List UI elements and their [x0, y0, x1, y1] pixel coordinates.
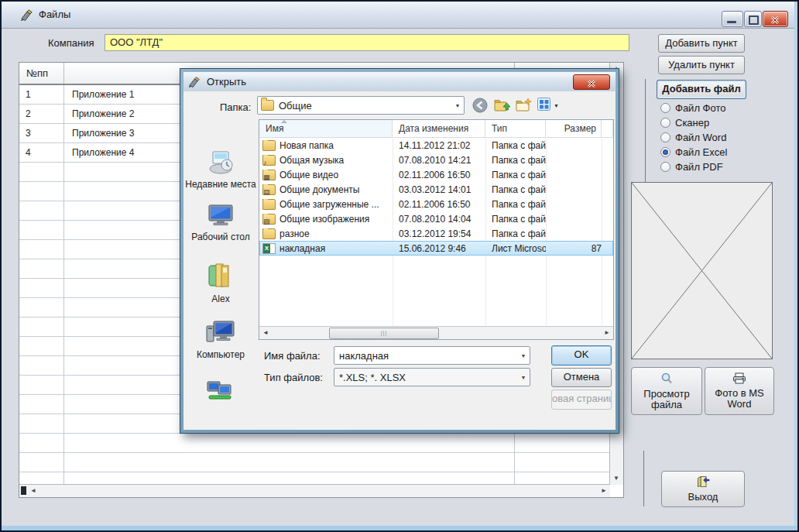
table-horizontal-scrollbar[interactable]: ◄ ►	[19, 484, 610, 497]
overlay-glyph: ♪	[263, 160, 267, 166]
file-row[interactable]: ▤Общие документы03.03.2012 14:01Папка с …	[259, 182, 613, 197]
computer-icon	[206, 320, 235, 347]
radio-label: Файл Excel	[675, 146, 727, 158]
file-name: Общие документы	[279, 184, 359, 195]
scroll-right-icon[interactable]: ►	[601, 327, 613, 339]
cell-num: 1	[19, 85, 64, 104]
radio-сканер[interactable]: Сканер	[660, 115, 777, 130]
cancel-button[interactable]: Отмена	[551, 368, 612, 387]
radio-icon	[660, 147, 670, 157]
photo-to-word-button[interactable]: Фото в MS Word	[705, 367, 774, 415]
place-item-alex[interactable]: Alex	[185, 261, 256, 304]
filetype-combobox[interactable]: *.XLS; *. XLSX ▼	[334, 368, 530, 386]
cell-file	[515, 434, 610, 452]
file-name: Общие загруженные ...	[279, 199, 379, 210]
cell-date: 15.06.2012 9:46	[393, 243, 485, 254]
radio-файл-word[interactable]: Файл Word	[660, 130, 777, 145]
list-column-header-3[interactable]: Размер	[546, 120, 602, 137]
file-list: ИмяДата измененияТипРазмер Новая папка14…	[259, 119, 614, 340]
new-folder-button[interactable]	[516, 98, 531, 113]
scroll-down-icon[interactable]: ▼	[610, 472, 622, 485]
table-row[interactable]	[19, 434, 610, 453]
cell-num	[19, 317, 64, 336]
app-stamp-icon	[20, 9, 33, 22]
up-one-level-button[interactable]	[494, 98, 509, 113]
cell-type: Лист Microsoft Of...	[485, 243, 546, 254]
cell-file	[515, 453, 610, 472]
place-item-недавние-места[interactable]: Недавние места	[185, 148, 256, 190]
dialog-titlebar[interactable]: Открыть	[183, 71, 616, 92]
file-row[interactable]: ▨Общие изображения07.08.2010 14:04Папка …	[259, 211, 613, 226]
close-button[interactable]	[763, 11, 788, 27]
scroll-left-icon[interactable]: ◄	[259, 327, 272, 339]
filename-combobox[interactable]: накладная ▼	[334, 346, 530, 365]
exit-door-icon	[696, 475, 710, 490]
chevron-down-icon[interactable]: ▼	[517, 353, 530, 359]
add-item-button[interactable]: Добавить пункт	[658, 34, 745, 53]
cell-date: 03.03.2012 14:01	[393, 184, 485, 195]
window-edge	[794, 2, 797, 530]
list-column-header-2[interactable]: Тип	[485, 120, 546, 137]
place-item-рабочий-стол[interactable]: Рабочий стол	[185, 204, 256, 242]
cell-date: 07.08.2010 14:04	[393, 214, 485, 225]
ok-button[interactable]: OK	[551, 345, 612, 366]
file-row[interactable]: ♪Общая музыка07.08.2010 14:21Папка с фай…	[259, 153, 613, 167]
place-item-network[interactable]	[185, 380, 256, 403]
preview-file-button[interactable]: Просмотр файла	[631, 367, 702, 415]
cell-type: Папка с файлами	[485, 140, 546, 151]
scroll-right-icon[interactable]: ►	[598, 485, 610, 497]
radio-icon	[660, 118, 670, 128]
dialog-toolbar: ▼	[472, 98, 559, 113]
cell-filename: ▤Общие документы	[259, 184, 393, 195]
file-row[interactable]: накладная15.06.2012 9:46Лист Microsoft O…	[259, 241, 613, 256]
radio-label: Файл PDF	[675, 161, 723, 173]
delete-item-button[interactable]: Удалить пункт	[658, 56, 745, 74]
company-input[interactable]: ООО "ЛТД"	[105, 34, 629, 51]
list-column-header-1[interactable]: Дата изменения	[393, 120, 485, 137]
radio-файл-excel[interactable]: Файл Excel	[660, 145, 777, 160]
cell-name	[64, 472, 515, 485]
folder-icon	[262, 228, 276, 239]
back-button[interactable]	[472, 98, 488, 113]
scroll-left-icon[interactable]: ◄	[27, 485, 39, 497]
magnifier-icon	[660, 372, 673, 387]
list-column-header-0[interactable]: Имя	[259, 120, 393, 137]
cell-file	[515, 472, 610, 485]
views-dropdown-icon[interactable]: ▼	[554, 103, 559, 108]
folder-label: Папка:	[220, 101, 251, 113]
overlay-glyph: ▦	[263, 174, 270, 180]
table-row[interactable]	[19, 472, 610, 485]
cell-num: 2	[19, 105, 64, 123]
table-row[interactable]	[19, 453, 610, 472]
cell-type: Папка с файлами	[485, 184, 546, 195]
cell-num	[19, 434, 64, 452]
cell-filename: Новая папка	[259, 140, 393, 151]
list-horizontal-scrollbar[interactable]: ◄ ||| ►	[259, 326, 613, 339]
file-row[interactable]: Общие загруженные ...02.11.2006 16:50Пап…	[259, 197, 613, 211]
desktop-icon	[207, 204, 235, 229]
chevron-down-icon[interactable]: ▼	[517, 375, 530, 380]
exit-button[interactable]: Выход	[661, 471, 745, 507]
views-button[interactable]	[537, 98, 550, 113]
add-file-button[interactable]: Добавить файл	[657, 80, 746, 99]
scrollbar-thumb[interactable]	[21, 486, 26, 495]
place-label: Компьютер	[197, 349, 245, 360]
file-row[interactable]: ▦Общие видео02.11.2006 16:50Папка с файл…	[259, 167, 613, 182]
cell-num	[19, 337, 64, 355]
radio-label: Файл Word	[675, 132, 726, 143]
file-row[interactable]: разное03.12.2012 19:54Папка с файлами	[259, 226, 613, 241]
file-row[interactable]: Новая папка14.11.2012 21:02Папка с файла…	[259, 138, 613, 153]
scrollbar-thumb[interactable]: |||	[329, 328, 439, 339]
radio-label: Сканер	[675, 117, 709, 129]
radio-файл-pdf[interactable]: Файл PDF	[660, 160, 777, 174]
dialog-close-button[interactable]	[573, 74, 610, 90]
minimize-button[interactable]	[722, 11, 743, 27]
place-item-компьютер[interactable]: Компьютер	[185, 320, 256, 360]
recent-places-icon	[207, 148, 235, 177]
folder-combobox[interactable]: Общие ▼	[257, 96, 465, 115]
radio-файл-фото[interactable]: Файл Фото	[660, 101, 777, 115]
user-folder-icon	[207, 261, 235, 291]
maximize-button[interactable]	[744, 11, 762, 27]
chevron-down-icon[interactable]: ▼	[451, 103, 464, 108]
main-titlebar[interactable]: Файлы	[2, 2, 797, 29]
